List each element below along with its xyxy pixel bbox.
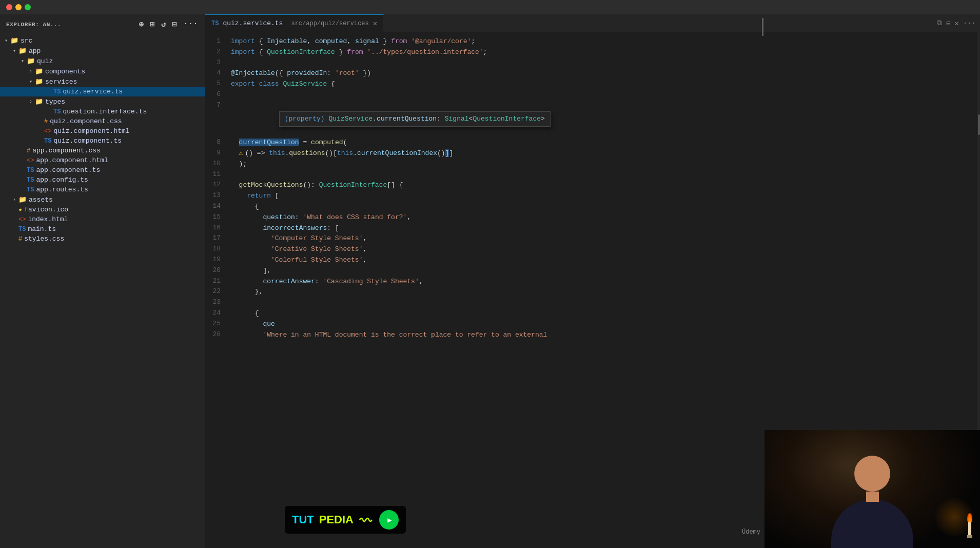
code-line-3: 3 (205, 58, 980, 69)
chevron-types (27, 99, 35, 105)
code-line-13: 13 return [ (205, 191, 980, 202)
chevron-src (2, 37, 10, 44)
new-folder-icon[interactable]: ⊞ (149, 18, 156, 30)
split-editor-icon[interactable]: ⧉ (937, 19, 942, 27)
line-num-10: 10 (205, 159, 231, 170)
ts-icon-quiz-comp: TS (44, 138, 51, 145)
tree-item-quiz[interactable]: 📁 quiz (0, 56, 205, 66)
collapse-icon[interactable]: ⊟ (171, 18, 179, 30)
ts-icon-question-interface: TS (53, 108, 61, 115)
refresh-icon[interactable]: ↺ (160, 18, 167, 30)
line-code-6 (231, 90, 980, 101)
folder-icon-app: 📁 (18, 47, 27, 55)
tree-item-main-ts[interactable]: TS main.ts (0, 224, 205, 234)
label-quiz-service: quiz.service.ts (63, 88, 205, 95)
active-tab[interactable]: TS quiz.service.ts src/app/quiz/services… (205, 14, 384, 32)
line-code-23 (231, 298, 980, 308)
line-code-7: (property) QuizService.currentQuestion: … (231, 101, 980, 138)
titlebar (0, 0, 980, 14)
chevron-services (27, 79, 35, 85)
line-code-13: return [ (231, 191, 980, 202)
ico-icon-favicon: ★ (18, 206, 22, 213)
code-line-1: 1 import { Injectable, computed, signal … (205, 36, 980, 47)
folder-icon-src: 📁 (10, 36, 18, 45)
tree-item-question-interface[interactable]: TS question.interface.ts (0, 107, 205, 116)
layout-icon[interactable]: ⊟ (946, 19, 950, 28)
scrollbar-thumb[interactable] (978, 114, 980, 135)
tree-item-app-css[interactable]: # app.component.css (0, 146, 205, 155)
intellisense-popup: (property) QuizService.currentQuestion: … (279, 111, 551, 127)
label-quiz-css: quiz.component.css (50, 118, 205, 125)
folder-icon-services: 📁 (35, 77, 43, 86)
line-code-15: question: 'What does CSS stand for?', (231, 212, 980, 223)
line-num-8: 8 (205, 138, 231, 148)
tree-item-app[interactable]: 📁 app (0, 46, 205, 56)
tree-item-app-html[interactable]: <> app.component.html (0, 155, 205, 165)
chevron-quiz (18, 58, 27, 64)
line-num-26: 26 (205, 330, 231, 341)
new-file-icon[interactable]: ⊕ (138, 18, 145, 30)
line-code-16: incorrectAnswers: [ (231, 223, 980, 234)
line-code-24: { (231, 308, 980, 319)
tree-item-favicon[interactable]: ★ favicon.ico (0, 205, 205, 214)
ts-icon-tab: TS (211, 20, 219, 27)
line-num-21: 21 (205, 277, 231, 287)
tree-item-index-html[interactable]: <> index.html (0, 214, 205, 224)
tab-close-button[interactable]: ✕ (373, 19, 377, 28)
label-src: src (21, 37, 205, 45)
line-num-25: 25 (205, 319, 231, 330)
tree-item-styles-css[interactable]: # styles.css (0, 234, 205, 244)
code-line-4: 4 @Injectable({ providedIn: 'root' }) (205, 68, 980, 79)
brand-squiggle-icon (359, 515, 374, 525)
line-code-8: currentQuestion = computed( (231, 138, 980, 148)
udemy-badge: Üdemy (738, 527, 765, 537)
label-components: components (45, 68, 205, 75)
code-line-6: 6 (205, 90, 980, 101)
window-controls[interactable] (6, 4, 31, 10)
tree-item-quiz-css[interactable]: # quiz.component.css (0, 116, 205, 126)
tree-item-src[interactable]: 📁 src (0, 35, 205, 46)
chevron-assets (10, 197, 18, 203)
line-code-25: que (231, 319, 980, 330)
sidebar-actions[interactable]: ⊕ ⊞ ↺ ⊟ ··· (138, 18, 199, 30)
css-icon-styles: # (18, 236, 22, 243)
tree-item-types[interactable]: 📁 types (0, 96, 205, 107)
line-num-11: 11 (205, 170, 231, 181)
video-overlay (765, 430, 980, 548)
close-editor-icon[interactable]: ✕ (954, 19, 958, 28)
minimize-dot[interactable] (15, 4, 22, 10)
tab-path: src/app/quiz/services (291, 20, 368, 27)
tree-item-quiz-ts[interactable]: TS quiz.component.ts (0, 136, 205, 146)
play-button[interactable] (379, 510, 399, 530)
label-app-ts: app.component.ts (36, 166, 205, 174)
more-actions-icon[interactable]: ··· (963, 19, 976, 27)
maximize-dot[interactable] (25, 4, 31, 10)
line-num-9: 9 (205, 148, 231, 159)
code-line-9: 9 ⚠() => this.questions()[this.currentQu… (205, 148, 980, 159)
more-icon[interactable]: ··· (182, 18, 199, 30)
tree-item-quiz-service[interactable]: TS quiz.service.ts (0, 87, 205, 96)
brand-pedia: PEDIA (319, 513, 354, 526)
close-dot[interactable] (6, 4, 12, 10)
line-num-5: 5 (205, 79, 231, 90)
line-code-2: import { QuestionInterface } from '../ty… (231, 47, 980, 58)
code-line-22: 22 }, (205, 287, 980, 298)
code-line-19: 19 'Colorful Style Sheets', (205, 255, 980, 266)
tree-item-components[interactable]: 📁 components (0, 66, 205, 76)
tree-item-assets[interactable]: 📁 assets (0, 194, 205, 205)
tree-item-services[interactable]: 📁 services (0, 76, 205, 87)
line-num-17: 17 (205, 233, 231, 244)
udemy-label: Üdemy (742, 529, 760, 536)
tree-item-app-routes[interactable]: TS app.routes.ts (0, 185, 205, 194)
tree-item-quiz-html[interactable]: <> quiz.component.html (0, 126, 205, 136)
label-quiz-html: quiz.component.html (53, 127, 205, 135)
ts-icon-app-routes: TS (27, 186, 34, 193)
line-num-16: 16 (205, 223, 231, 234)
file-tree: 📁 src 📁 app 📁 quiz 📁 components (0, 34, 205, 548)
label-app-html: app.component.html (36, 156, 205, 164)
line-code-1: import { Injectable, computed, signal } … (231, 36, 980, 47)
tree-item-app-config[interactable]: TS app.config.ts (0, 175, 205, 185)
tree-item-app-ts[interactable]: TS app.component.ts (0, 165, 205, 175)
tab-bar-actions[interactable]: ⧉ ⊟ ✕ ··· (933, 14, 980, 32)
folder-icon-assets: 📁 (18, 195, 27, 204)
